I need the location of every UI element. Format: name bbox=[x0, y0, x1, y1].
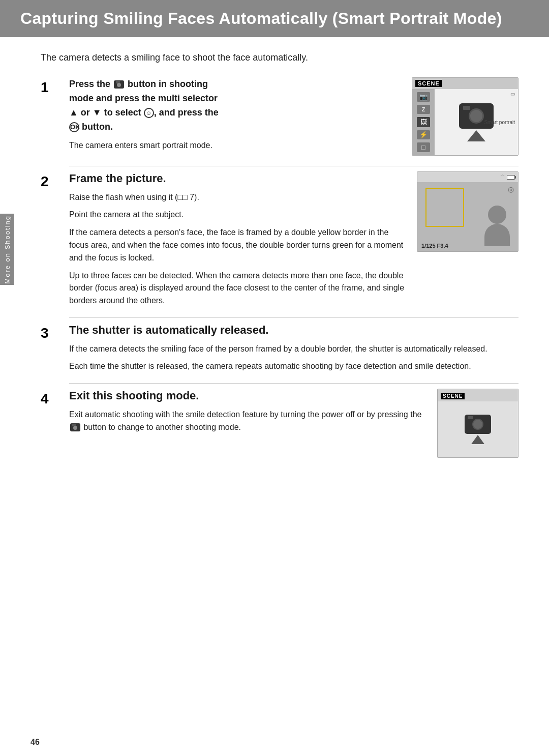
step-1: 1 Press the button in shooting mode and … bbox=[41, 77, 518, 166]
step-4-text: Exit this shooting mode. Exit automatic … bbox=[69, 389, 427, 433]
step-2-number: 2 bbox=[41, 173, 49, 189]
person-head bbox=[488, 206, 506, 224]
step-3-para-2: Each time the shutter is released, the c… bbox=[69, 360, 518, 373]
small-cam-lens bbox=[472, 419, 483, 430]
ok-button-icon: OK bbox=[69, 122, 79, 132]
small-cam-vf bbox=[468, 416, 473, 419]
cam-arrow bbox=[467, 130, 485, 141]
step-3-content: The shutter is automatically released. I… bbox=[69, 323, 518, 384]
step-1-inner: Press the button in shooting mode and pr… bbox=[69, 77, 518, 156]
step-2-frame-image: ⌒ ◎ 1/125 F3.4 bbox=[417, 171, 518, 252]
scene-sidebar: 📷 Z 🖼 ⚡ □ bbox=[412, 89, 435, 155]
camera-icon-4 bbox=[70, 423, 80, 431]
page-container: Capturing Smiling Faces Automatically (S… bbox=[0, 0, 549, 756]
focus-border bbox=[425, 188, 464, 227]
focus-icon: ◎ bbox=[508, 185, 514, 193]
cam-lens bbox=[469, 108, 484, 124]
scene-top-icon: ▭ bbox=[510, 91, 515, 97]
small-scene-badge: SCENE bbox=[441, 393, 465, 399]
intro-text: The camera detects a smiling face to sho… bbox=[41, 52, 518, 63]
step-2: 2 Frame the picture. Raise the flash whe… bbox=[41, 171, 518, 318]
step-4: 4 Exit this shooting mode. Exit automati… bbox=[41, 389, 518, 468]
person-body bbox=[484, 224, 510, 246]
step-1-scene-image: SCENE 📷 Z 🖼 ⚡ □ ▭ bbox=[412, 77, 518, 156]
person-silhouette bbox=[484, 206, 510, 246]
step-1-body: The camera enters smart portrait mode. bbox=[69, 139, 402, 152]
smart-portrait-label: Smart portrait bbox=[484, 120, 515, 125]
step-4-number-col: 4 bbox=[41, 389, 69, 468]
step-3-number: 3 bbox=[41, 325, 49, 341]
small-cam-body bbox=[465, 415, 491, 434]
step-1-content: Press the button in shooting mode and pr… bbox=[69, 77, 518, 166]
selector-icon: ☺ bbox=[144, 108, 154, 118]
cam-viewfinder bbox=[463, 106, 470, 110]
step-2-content: Frame the picture. Raise the flash when … bbox=[69, 171, 518, 318]
step-2-para-1: Raise the flash when using it (□□ 7). bbox=[69, 191, 407, 204]
step-1-number: 1 bbox=[41, 79, 49, 95]
scene-body: 📷 Z 🖼 ⚡ □ ▭ bbox=[412, 89, 518, 155]
step-2-inner: Frame the picture. Raise the flash when … bbox=[69, 171, 518, 307]
small-scene-body bbox=[438, 401, 518, 457]
step-2-para-4: Up to three faces can be detected. When … bbox=[69, 270, 407, 307]
page-header: Capturing Smiling Faces Automatically (S… bbox=[0, 0, 549, 37]
step-4-heading: Exit this shooting mode. bbox=[69, 389, 427, 403]
step-4-number: 4 bbox=[41, 391, 49, 406]
step-3-heading: The shutter is automatically released. bbox=[69, 323, 518, 338]
scene-main: ▭ Smart portrait bbox=[435, 89, 518, 155]
scene-icon-z: Z bbox=[417, 105, 430, 114]
step-4-scene-image: SCENE bbox=[437, 389, 518, 458]
scene-icon-lightning: ⚡ bbox=[417, 130, 430, 140]
step-2-number-col: 2 bbox=[41, 171, 69, 318]
frame-scene-content: ◎ 1/125 F3.4 bbox=[417, 182, 518, 251]
shutter-info: 1/125 F3.4 bbox=[421, 243, 448, 249]
page-title: Capturing Smiling Faces Automatically (S… bbox=[20, 9, 529, 28]
scene-header: SCENE bbox=[412, 78, 518, 89]
main-content: The camera detects a smiling face to sho… bbox=[0, 52, 549, 488]
battery-icon bbox=[507, 175, 515, 180]
step-2-para-2: Point the camera at the subject. bbox=[69, 209, 407, 221]
step-3: 3 The shutter is automatically released.… bbox=[41, 323, 518, 384]
step-2-text: Frame the picture. Raise the flash when … bbox=[69, 171, 407, 307]
wifi-icon: ⌒ bbox=[500, 174, 505, 181]
step-3-para-1: If the camera detects the smiling face o… bbox=[69, 343, 518, 356]
step-1-heading: Press the button in shooting mode and pr… bbox=[69, 77, 402, 134]
step-3-number-col: 3 bbox=[41, 323, 69, 384]
step-4-inner: Exit this shooting mode. Exit automatic … bbox=[69, 389, 518, 458]
scene-icon-portrait: 🖼 bbox=[417, 117, 430, 127]
step-4-content: Exit this shooting mode. Exit automatic … bbox=[69, 389, 518, 468]
step-1-number-col: 1 bbox=[41, 77, 69, 166]
step-4-para-1: Exit automatic shooting with the smile d… bbox=[69, 409, 427, 434]
step-1-text: Press the button in shooting mode and pr… bbox=[69, 77, 402, 152]
small-cam-arrow bbox=[471, 435, 484, 444]
camera-icon-1 bbox=[114, 80, 124, 89]
step-2-para-3: If the camera detects a person's face, t… bbox=[69, 226, 407, 264]
step-2-heading: Frame the picture. bbox=[69, 171, 407, 186]
page-number: 46 bbox=[30, 738, 40, 747]
small-scene-top: SCENE bbox=[438, 389, 518, 401]
scene-icon-camera: 📷 bbox=[417, 92, 430, 102]
scene-badge: SCENE bbox=[415, 80, 442, 87]
scene-icon-square: □ bbox=[417, 142, 430, 152]
frame-top-strip: ⌒ bbox=[417, 172, 518, 182]
